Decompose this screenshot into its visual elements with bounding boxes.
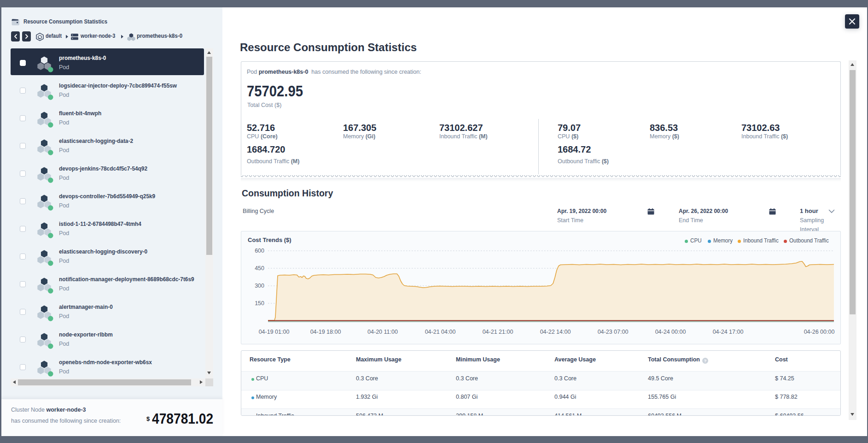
svg-text:600: 600 — [255, 248, 264, 254]
svg-text:300: 300 — [255, 283, 264, 289]
svg-text:04-19 01:00: 04-19 01:00 — [259, 329, 290, 335]
svg-text:04-19 18:00: 04-19 18:00 — [310, 329, 341, 335]
svg-text:150: 150 — [255, 300, 264, 307]
svg-text:04-21 21:00: 04-21 21:00 — [483, 329, 513, 335]
svg-text:04-26 00:00: 04-26 00:00 — [804, 329, 835, 335]
svg-text:04-22 14:00: 04-22 14:00 — [540, 329, 571, 335]
svg-text:04-20 11:00: 04-20 11:00 — [367, 329, 398, 335]
svg-text:04-23 07:00: 04-23 07:00 — [598, 329, 629, 335]
svg-text:450: 450 — [255, 265, 264, 272]
svg-text:04-24 00:00: 04-24 00:00 — [655, 329, 686, 335]
svg-text:04-24 17:00: 04-24 17:00 — [713, 329, 744, 335]
svg-text:04-21 04:00: 04-21 04:00 — [425, 329, 456, 335]
